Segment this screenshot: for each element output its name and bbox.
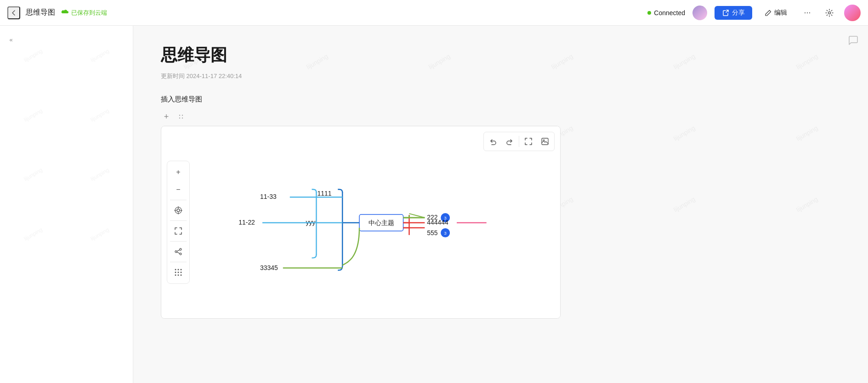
svg-point-7 xyxy=(177,209,180,212)
n1133-label: 11-33 xyxy=(262,197,279,205)
topbar-right: Connected 分享 编辑 ··· xyxy=(647,5,861,21)
sidebar-collapse-button[interactable]: « xyxy=(5,33,17,46)
drag-handle[interactable] xyxy=(176,111,187,122)
n33345-label: 33345 xyxy=(274,273,292,280)
connected-label: Connected xyxy=(654,9,685,17)
more-button[interactable]: ··· xyxy=(800,6,815,20)
curve-green-33345 xyxy=(319,228,358,277)
sidebar-watermark3: lijunping xyxy=(0,73,77,158)
add-block-button[interactable]: + xyxy=(161,111,172,122)
mindmap-box: + − xyxy=(161,126,561,319)
badge-555-text: 3 xyxy=(438,231,441,237)
export-image-button[interactable] xyxy=(538,134,552,149)
svg-point-1 xyxy=(179,115,180,116)
share-button[interactable]: 分享 xyxy=(715,6,752,20)
sidebar-watermark8: lijunping xyxy=(56,192,143,277)
fit-view-button[interactable] xyxy=(521,134,536,149)
more-icon: ··· xyxy=(804,8,811,17)
svg-point-25 xyxy=(178,275,179,276)
svg-point-4 xyxy=(182,118,183,118)
chat-icon-button[interactable] xyxy=(846,33,861,48)
svg-point-20 xyxy=(181,269,182,270)
svg-point-19 xyxy=(178,269,179,270)
cloud-icon xyxy=(61,9,69,17)
redo-button[interactable] xyxy=(502,134,517,149)
back-button[interactable] xyxy=(7,6,20,19)
svg-point-3 xyxy=(179,118,180,118)
undo-button[interactable] xyxy=(486,134,500,149)
n1122-label: 11-22 xyxy=(241,221,257,228)
svg-point-2 xyxy=(182,115,183,116)
cloud-save-label: 已保存到云端 xyxy=(71,9,107,17)
svg-point-18 xyxy=(175,269,176,270)
connected-dot xyxy=(647,11,651,15)
mindmap-left-tools: + − xyxy=(167,161,190,284)
settings-button[interactable] xyxy=(822,6,837,20)
zoom-out-icon: − xyxy=(176,186,180,194)
mindmap-toolbar xyxy=(483,132,555,151)
svg-line-16 xyxy=(177,250,180,251)
svg-point-23 xyxy=(181,272,182,273)
left-tools-separator2 xyxy=(170,220,187,221)
connected-status: Connected xyxy=(647,9,685,17)
sidebar-watermark4: lijunping xyxy=(56,73,143,158)
n1111-label: 1111 xyxy=(333,197,347,205)
sidebar-watermark6: lijunping xyxy=(56,132,143,217)
zoom-out-button[interactable]: − xyxy=(170,181,187,198)
insert-controls: + xyxy=(161,111,840,122)
document-meta: 更新时间 2024-11-17 22:40:14 xyxy=(161,72,840,80)
n555-label: 555 xyxy=(420,230,431,237)
main-content: lijunping lijunping lijunping lijunping … xyxy=(133,26,868,383)
page-title: 思维导图 xyxy=(26,8,55,17)
edit-button-label: 编辑 xyxy=(774,9,787,17)
svg-point-13 xyxy=(180,248,182,250)
cloud-save-status: 已保存到云端 xyxy=(61,9,107,17)
zoom-in-button[interactable]: + xyxy=(170,164,187,180)
avatar-user1[interactable] xyxy=(692,6,707,20)
svg-point-21 xyxy=(175,272,176,273)
layout-button[interactable] xyxy=(170,264,187,281)
locate-button[interactable] xyxy=(170,202,187,219)
left-tools-separator4 xyxy=(170,262,187,262)
main-layout: « lijunping lijunping lijunping lijunpin… xyxy=(0,26,868,383)
edit-button[interactable]: 编辑 xyxy=(760,6,793,20)
svg-point-0 xyxy=(828,11,831,14)
left-tools-separator1 xyxy=(170,200,187,200)
sidebar-watermark5: lijunping xyxy=(0,132,77,217)
fullscreen-button[interactable] xyxy=(170,223,187,239)
svg-point-22 xyxy=(178,272,179,273)
sidebar-watermark: lijunping xyxy=(0,13,77,98)
sidebar-watermark7: lijunping xyxy=(0,192,77,277)
mindmap-svg: 中心主题 yyy 1111 xyxy=(161,126,560,318)
left-sidebar: « lijunping lijunping lijunping lijunpin… xyxy=(0,26,133,383)
svg-rect-5 xyxy=(542,138,548,145)
insert-label: 插入思维导图 xyxy=(161,95,840,104)
toolbar-separator xyxy=(519,136,519,147)
sidebar-watermark2: lijunping xyxy=(56,13,143,98)
svg-point-15 xyxy=(180,253,182,255)
share-map-button[interactable] xyxy=(170,243,187,260)
topbar: 思维导图 已保存到云端 Connected 分享 编辑 ··· xyxy=(0,0,868,26)
document-area: 思维导图 更新时间 2024-11-17 22:40:14 插入思维导图 + xyxy=(133,26,868,337)
avatar-user2[interactable] xyxy=(844,5,861,21)
svg-point-24 xyxy=(175,275,176,276)
share-button-label: 分享 xyxy=(732,9,745,17)
svg-point-6 xyxy=(543,140,545,141)
n444444-label: 444444 xyxy=(420,214,442,222)
document-title: 思维导图 xyxy=(161,44,840,67)
center-node-label: 中心主题 xyxy=(368,219,393,226)
collapse-icon: « xyxy=(9,36,12,43)
svg-point-14 xyxy=(175,251,177,253)
svg-point-26 xyxy=(181,275,182,276)
zoom-in-icon: + xyxy=(176,168,180,176)
topbar-left: 思维导图 已保存到云端 xyxy=(7,6,107,19)
svg-line-17 xyxy=(177,252,180,253)
left-tools-separator3 xyxy=(170,241,187,242)
